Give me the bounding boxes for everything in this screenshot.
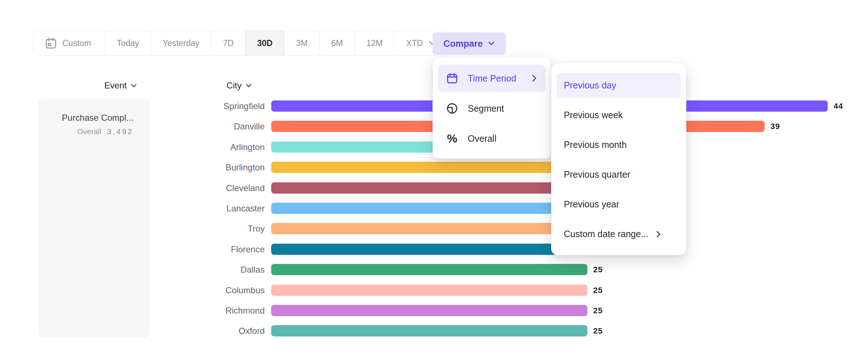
submenu-item-label: Previous week [564,110,623,120]
segment-icon [446,102,458,115]
city-label: Dallas [156,264,265,275]
submenu-item-label: Previous year [564,199,619,210]
submenu-item-custom-date-range[interactable]: Custom date range... [557,222,681,247]
city-label: Cleveland [156,182,265,194]
submenu-item-previous-month[interactable]: Previous month [557,132,681,157]
city-label: Florence [156,244,265,255]
bar-value: 25 [593,264,603,275]
bar-value: 39 [770,121,780,132]
bar[interactable] [271,285,587,296]
city-label: Lancaster [156,203,265,214]
submenu-item-previous-year[interactable]: Previous year [557,192,681,217]
compare-menu: Time Period Segment % Overall [433,57,551,159]
menu-item-label: Time Period [468,73,516,84]
percent-icon: % [446,132,458,145]
calendar-icon [446,72,458,84]
chart-row: Burlington [0,162,868,173]
submenu-item-label: Previous month [564,140,627,150]
city-label: Arlington [156,141,265,153]
menu-item-label: Segment [468,103,504,114]
menu-item-segment[interactable]: Segment [438,95,546,122]
city-label: Burlington [156,162,265,173]
submenu-item-previous-day[interactable]: Previous day [557,73,681,98]
bar[interactable] [271,264,587,275]
city-label: Oxford [156,325,265,336]
submenu-item-previous-week[interactable]: Previous week [557,103,681,128]
chart-row: Richmond 25 [0,305,868,316]
city-label: Springfield [156,100,265,112]
city-label: Columbus [156,285,265,296]
chart-row: Florence [0,244,868,255]
menu-item-label: Overall [468,133,496,144]
bar-value: 25 [593,305,603,316]
chart-row: Columbus 25 [0,285,868,296]
menu-item-time-period[interactable]: Time Period [438,65,546,92]
city-label: Troy [156,223,265,234]
bar[interactable] [271,325,587,336]
chart-row: Cleveland [0,182,868,194]
chart-row: Dallas 25 [0,264,868,275]
submenu-item-label: Custom date range... [564,229,648,239]
submenu-item-previous-quarter[interactable]: Previous quarter [557,162,681,187]
chart-row: Troy [0,223,868,234]
menu-item-overall[interactable]: % Overall [438,125,546,152]
bar[interactable] [271,305,587,316]
chart-row: Lancaster [0,203,868,214]
chevron-right-icon [656,231,661,238]
chart-row: Oxford 25 [0,325,868,336]
bar-chart: Springfield 44 Danville 39 Arlington Bur… [0,0,868,364]
city-label: Richmond [156,305,265,316]
bar-value: 25 [593,325,603,336]
submenu-item-label: Previous day [564,80,616,91]
bar-value: 25 [593,285,603,296]
submenu-item-label: Previous quarter [564,169,630,180]
bar-value: 44 [834,100,843,112]
chevron-right-icon [532,74,537,82]
time-period-submenu: Previous day Previous week Previous mont… [551,63,686,255]
city-label: Danville [156,121,265,132]
